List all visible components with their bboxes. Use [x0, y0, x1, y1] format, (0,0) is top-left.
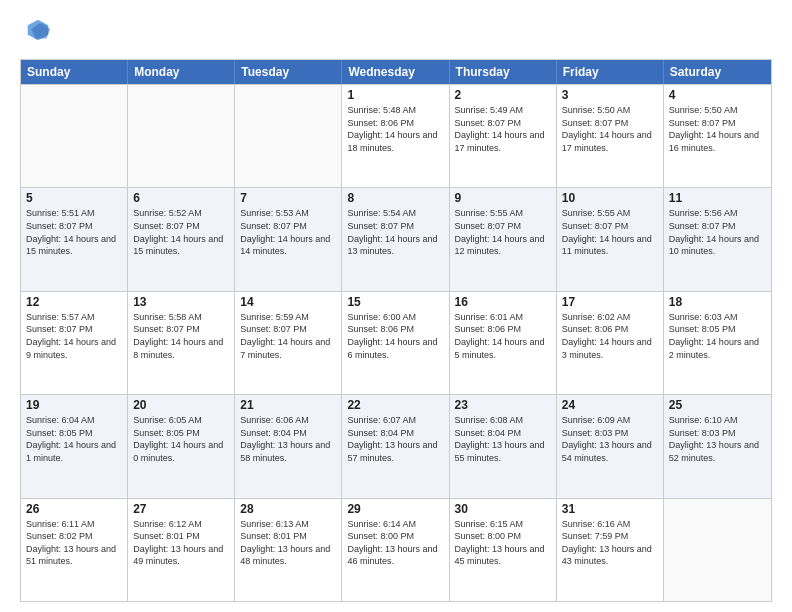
day-number: 15: [347, 295, 443, 309]
day-info: Sunrise: 5:48 AMSunset: 8:06 PMDaylight:…: [347, 104, 443, 154]
cal-cell-day-30: 30Sunrise: 6:15 AMSunset: 8:00 PMDayligh…: [450, 499, 557, 601]
day-number: 14: [240, 295, 336, 309]
cal-cell-day-14: 14Sunrise: 5:59 AMSunset: 8:07 PMDayligh…: [235, 292, 342, 394]
cal-cell-empty: [235, 85, 342, 187]
cal-cell-day-7: 7Sunrise: 5:53 AMSunset: 8:07 PMDaylight…: [235, 188, 342, 290]
day-number: 12: [26, 295, 122, 309]
cal-week-4: 19Sunrise: 6:04 AMSunset: 8:05 PMDayligh…: [21, 394, 771, 497]
day-info: Sunrise: 6:07 AMSunset: 8:04 PMDaylight:…: [347, 414, 443, 464]
day-number: 2: [455, 88, 551, 102]
day-number: 22: [347, 398, 443, 412]
cal-cell-day-5: 5Sunrise: 5:51 AMSunset: 8:07 PMDaylight…: [21, 188, 128, 290]
day-number: 29: [347, 502, 443, 516]
day-number: 11: [669, 191, 766, 205]
cal-header-saturday: Saturday: [664, 60, 771, 84]
cal-cell-day-31: 31Sunrise: 6:16 AMSunset: 7:59 PMDayligh…: [557, 499, 664, 601]
day-number: 18: [669, 295, 766, 309]
page: SundayMondayTuesdayWednesdayThursdayFrid…: [0, 0, 792, 612]
day-number: 16: [455, 295, 551, 309]
cal-cell-day-28: 28Sunrise: 6:13 AMSunset: 8:01 PMDayligh…: [235, 499, 342, 601]
day-info: Sunrise: 5:54 AMSunset: 8:07 PMDaylight:…: [347, 207, 443, 257]
day-info: Sunrise: 6:05 AMSunset: 8:05 PMDaylight:…: [133, 414, 229, 464]
day-number: 7: [240, 191, 336, 205]
day-info: Sunrise: 6:11 AMSunset: 8:02 PMDaylight:…: [26, 518, 122, 568]
day-info: Sunrise: 5:49 AMSunset: 8:07 PMDaylight:…: [455, 104, 551, 154]
cal-week-3: 12Sunrise: 5:57 AMSunset: 8:07 PMDayligh…: [21, 291, 771, 394]
day-info: Sunrise: 6:03 AMSunset: 8:05 PMDaylight:…: [669, 311, 766, 361]
cal-cell-day-25: 25Sunrise: 6:10 AMSunset: 8:03 PMDayligh…: [664, 395, 771, 497]
cal-cell-day-22: 22Sunrise: 6:07 AMSunset: 8:04 PMDayligh…: [342, 395, 449, 497]
day-info: Sunrise: 6:10 AMSunset: 8:03 PMDaylight:…: [669, 414, 766, 464]
cal-cell-day-16: 16Sunrise: 6:01 AMSunset: 8:06 PMDayligh…: [450, 292, 557, 394]
cal-header-thursday: Thursday: [450, 60, 557, 84]
day-number: 28: [240, 502, 336, 516]
logo: [20, 16, 52, 49]
cal-header-friday: Friday: [557, 60, 664, 84]
day-info: Sunrise: 5:52 AMSunset: 8:07 PMDaylight:…: [133, 207, 229, 257]
day-info: Sunrise: 6:08 AMSunset: 8:04 PMDaylight:…: [455, 414, 551, 464]
day-info: Sunrise: 5:56 AMSunset: 8:07 PMDaylight:…: [669, 207, 766, 257]
cal-cell-day-6: 6Sunrise: 5:52 AMSunset: 8:07 PMDaylight…: [128, 188, 235, 290]
day-info: Sunrise: 5:59 AMSunset: 8:07 PMDaylight:…: [240, 311, 336, 361]
day-info: Sunrise: 6:12 AMSunset: 8:01 PMDaylight:…: [133, 518, 229, 568]
day-info: Sunrise: 5:58 AMSunset: 8:07 PMDaylight:…: [133, 311, 229, 361]
cal-cell-day-4: 4Sunrise: 5:50 AMSunset: 8:07 PMDaylight…: [664, 85, 771, 187]
cal-cell-empty: [664, 499, 771, 601]
cal-week-2: 5Sunrise: 5:51 AMSunset: 8:07 PMDaylight…: [21, 187, 771, 290]
cal-cell-day-9: 9Sunrise: 5:55 AMSunset: 8:07 PMDaylight…: [450, 188, 557, 290]
day-number: 5: [26, 191, 122, 205]
day-info: Sunrise: 6:06 AMSunset: 8:04 PMDaylight:…: [240, 414, 336, 464]
day-info: Sunrise: 5:53 AMSunset: 8:07 PMDaylight:…: [240, 207, 336, 257]
cal-cell-day-20: 20Sunrise: 6:05 AMSunset: 8:05 PMDayligh…: [128, 395, 235, 497]
cal-cell-day-3: 3Sunrise: 5:50 AMSunset: 8:07 PMDaylight…: [557, 85, 664, 187]
day-info: Sunrise: 6:13 AMSunset: 8:01 PMDaylight:…: [240, 518, 336, 568]
day-number: 24: [562, 398, 658, 412]
day-info: Sunrise: 6:04 AMSunset: 8:05 PMDaylight:…: [26, 414, 122, 464]
cal-cell-day-17: 17Sunrise: 6:02 AMSunset: 8:06 PMDayligh…: [557, 292, 664, 394]
cal-cell-day-12: 12Sunrise: 5:57 AMSunset: 8:07 PMDayligh…: [21, 292, 128, 394]
day-number: 26: [26, 502, 122, 516]
cal-cell-day-23: 23Sunrise: 6:08 AMSunset: 8:04 PMDayligh…: [450, 395, 557, 497]
day-number: 20: [133, 398, 229, 412]
day-number: 4: [669, 88, 766, 102]
day-info: Sunrise: 5:50 AMSunset: 8:07 PMDaylight:…: [669, 104, 766, 154]
cal-cell-day-21: 21Sunrise: 6:06 AMSunset: 8:04 PMDayligh…: [235, 395, 342, 497]
cal-cell-day-13: 13Sunrise: 5:58 AMSunset: 8:07 PMDayligh…: [128, 292, 235, 394]
cal-week-5: 26Sunrise: 6:11 AMSunset: 8:02 PMDayligh…: [21, 498, 771, 601]
cal-cell-day-1: 1Sunrise: 5:48 AMSunset: 8:06 PMDaylight…: [342, 85, 449, 187]
cal-cell-empty: [128, 85, 235, 187]
cal-cell-empty: [21, 85, 128, 187]
cal-week-1: 1Sunrise: 5:48 AMSunset: 8:06 PMDaylight…: [21, 84, 771, 187]
day-number: 1: [347, 88, 443, 102]
calendar: SundayMondayTuesdayWednesdayThursdayFrid…: [20, 59, 772, 602]
cal-header-sunday: Sunday: [21, 60, 128, 84]
day-info: Sunrise: 6:16 AMSunset: 7:59 PMDaylight:…: [562, 518, 658, 568]
day-info: Sunrise: 5:55 AMSunset: 8:07 PMDaylight:…: [455, 207, 551, 257]
cal-header-monday: Monday: [128, 60, 235, 84]
day-number: 8: [347, 191, 443, 205]
day-info: Sunrise: 6:15 AMSunset: 8:00 PMDaylight:…: [455, 518, 551, 568]
cal-cell-day-18: 18Sunrise: 6:03 AMSunset: 8:05 PMDayligh…: [664, 292, 771, 394]
cal-header-wednesday: Wednesday: [342, 60, 449, 84]
calendar-header-row: SundayMondayTuesdayWednesdayThursdayFrid…: [21, 60, 771, 84]
day-info: Sunrise: 6:14 AMSunset: 8:00 PMDaylight:…: [347, 518, 443, 568]
cal-cell-day-2: 2Sunrise: 5:49 AMSunset: 8:07 PMDaylight…: [450, 85, 557, 187]
day-number: 30: [455, 502, 551, 516]
day-number: 10: [562, 191, 658, 205]
cal-cell-day-29: 29Sunrise: 6:14 AMSunset: 8:00 PMDayligh…: [342, 499, 449, 601]
day-number: 9: [455, 191, 551, 205]
day-number: 6: [133, 191, 229, 205]
day-info: Sunrise: 5:51 AMSunset: 8:07 PMDaylight:…: [26, 207, 122, 257]
day-info: Sunrise: 5:57 AMSunset: 8:07 PMDaylight:…: [26, 311, 122, 361]
cal-header-tuesday: Tuesday: [235, 60, 342, 84]
day-number: 17: [562, 295, 658, 309]
day-number: 21: [240, 398, 336, 412]
day-number: 27: [133, 502, 229, 516]
day-info: Sunrise: 6:09 AMSunset: 8:03 PMDaylight:…: [562, 414, 658, 464]
day-info: Sunrise: 6:02 AMSunset: 8:06 PMDaylight:…: [562, 311, 658, 361]
logo-icon: [24, 16, 52, 44]
day-info: Sunrise: 5:50 AMSunset: 8:07 PMDaylight:…: [562, 104, 658, 154]
logo-text: [20, 16, 52, 49]
day-info: Sunrise: 6:00 AMSunset: 8:06 PMDaylight:…: [347, 311, 443, 361]
day-number: 23: [455, 398, 551, 412]
